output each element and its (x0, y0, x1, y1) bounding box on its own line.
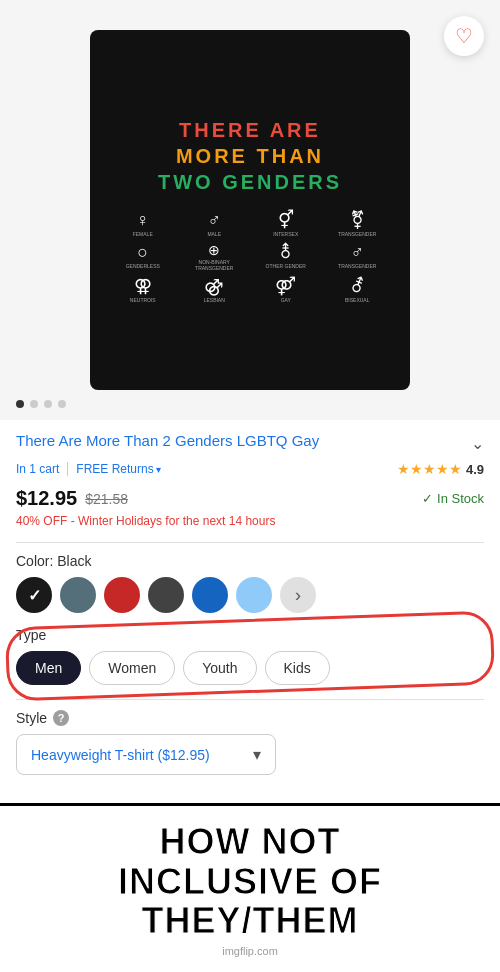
type-button-kids[interactable]: Kids (265, 651, 330, 685)
wishlist-button[interactable]: ♡ (444, 16, 484, 56)
meme-text-section: HOW NOT INCLUSIVE OF THEY/THEM imgflip.c… (0, 803, 500, 972)
discount-text: 40% OFF - Winter Holidays for the next 1… (16, 514, 484, 528)
color-swatch-red[interactable] (104, 577, 140, 613)
dot-2[interactable] (30, 400, 38, 408)
stars-row: ★★★★★ 4.9 (397, 461, 484, 477)
gender-symbol: ⚦ BISEXUAL (325, 277, 391, 303)
color-section: Color: Black › (16, 553, 484, 613)
cart-badge: In 1 cart (16, 462, 68, 476)
dot-4[interactable] (58, 400, 66, 408)
color-swatch-dark-gray[interactable] (148, 577, 184, 613)
style-value: Heavyweight T-shirt ($12.95) (31, 747, 210, 763)
product-title: There Are More Than 2 Genders LGBTQ Gay (16, 432, 471, 449)
image-dots (16, 400, 66, 408)
tshirt-line3: TWO GENDERS (158, 169, 342, 195)
type-button-women[interactable]: Women (89, 651, 175, 685)
divider-2 (16, 699, 484, 700)
style-section: Style ? Heavyweight T-shirt ($12.95) ▾ (16, 710, 484, 775)
chevron-down-icon[interactable]: ⌄ (471, 434, 484, 453)
gender-symbol: ♀ FEMALE (110, 211, 176, 237)
gender-symbol: ⚨ OTHER GENDER (253, 243, 319, 271)
tshirt-image: THERE ARE MORE THAN TWO GENDERS ♀ FEMALE… (90, 30, 410, 390)
color-swatch-black[interactable] (16, 577, 52, 613)
returns-badge: FREE Returns ▾ (76, 462, 160, 476)
gender-symbol: ⚢ NEUTROIS (110, 277, 176, 303)
original-price: $21.58 (85, 491, 128, 507)
tshirt-line2: MORE THAN (158, 143, 342, 169)
chevron-down-icon: ▾ (156, 464, 161, 475)
color-swatch-slate[interactable] (60, 577, 96, 613)
gender-symbol: ⚥ INTERSEX (253, 211, 319, 237)
product-title-row: There Are More Than 2 Genders LGBTQ Gay … (16, 432, 484, 453)
chevron-down-icon: ▾ (253, 745, 261, 764)
star-icons: ★★★★★ (397, 461, 462, 477)
meme-line1: HOW NOT INCLUSIVE OF THEY/THEM (16, 822, 484, 941)
type-label: Type (16, 627, 484, 643)
gender-symbol: ⚣ LESBIAN (182, 277, 248, 303)
gender-symbol: ⚤ GAY (253, 277, 319, 303)
type-button-men[interactable]: Men (16, 651, 81, 685)
price-left: $12.95 $21.58 (16, 487, 128, 510)
type-button-youth[interactable]: Youth (183, 651, 256, 685)
gender-symbol: ○ GENDERLESS (110, 243, 176, 271)
product-image-area: THERE ARE MORE THAN TWO GENDERS ♀ FEMALE… (0, 0, 500, 420)
type-section: Type Men Women Youth Kids (16, 627, 484, 685)
style-dropdown[interactable]: Heavyweight T-shirt ($12.95) ▾ (16, 734, 276, 775)
dot-1[interactable] (16, 400, 24, 408)
rating-count: 4.9 (466, 462, 484, 477)
gender-symbols-grid: ♀ FEMALE ♂ MALE ⚥ INTERSEX ⚧ TRANSGENDER… (110, 211, 390, 303)
help-icon[interactable]: ? (53, 710, 69, 726)
color-label: Color: Black (16, 553, 484, 569)
gender-symbol: ⚧ TRANSGENDER (325, 211, 391, 237)
divider (16, 542, 484, 543)
dot-3[interactable] (44, 400, 52, 408)
color-swatch-more[interactable]: › (280, 577, 316, 613)
price-row: $12.95 $21.58 ✓ In Stock (16, 487, 484, 510)
gender-symbol: ♂ MALE (182, 211, 248, 237)
imgflip-watermark: imgflip.com (16, 945, 484, 957)
product-info: There Are More Than 2 Genders LGBTQ Gay … (0, 420, 500, 803)
in-stock-badge: ✓ In Stock (422, 491, 484, 506)
color-swatch-light-blue[interactable] (236, 577, 272, 613)
check-icon: ✓ (422, 491, 433, 506)
tshirt-text: THERE ARE MORE THAN TWO GENDERS (158, 117, 342, 195)
style-label: Style ? (16, 710, 484, 726)
color-swatches: › (16, 577, 484, 613)
heart-icon: ♡ (455, 24, 473, 48)
badge-left: In 1 cart FREE Returns ▾ (16, 462, 161, 476)
gender-symbol: ⊕ NON-BINARY TRANSGENDER (182, 243, 248, 271)
tshirt-line1: THERE ARE (158, 117, 342, 143)
badges-row: In 1 cart FREE Returns ▾ ★★★★★ 4.9 (16, 461, 484, 477)
type-buttons: Men Women Youth Kids (16, 651, 484, 685)
current-price: $12.95 (16, 487, 77, 510)
gender-symbol: ♂ TRANSGENDER (325, 243, 391, 271)
color-swatch-navy[interactable] (192, 577, 228, 613)
